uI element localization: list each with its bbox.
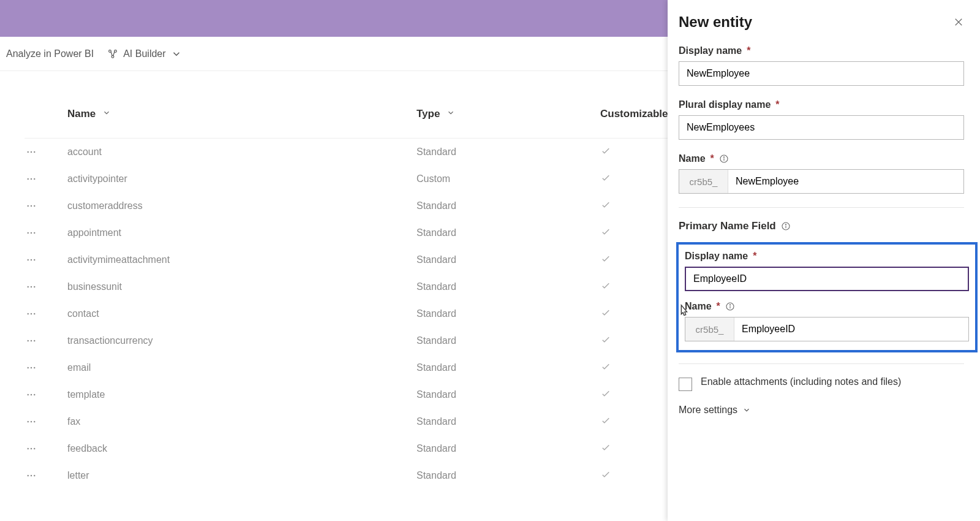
svg-point-23	[28, 313, 29, 314]
row-more-icon[interactable]	[24, 442, 38, 455]
row-type: Standard	[417, 362, 600, 373]
row-name: appointment	[67, 227, 417, 238]
row-more-icon[interactable]	[24, 172, 38, 186]
chevron-down-icon	[171, 48, 182, 59]
row-name: contact	[67, 308, 417, 319]
svg-point-26	[28, 340, 29, 341]
row-type: Standard	[417, 281, 600, 292]
svg-point-29	[28, 367, 29, 368]
row-more-icon[interactable]	[24, 469, 38, 482]
svg-point-14	[28, 232, 29, 234]
svg-point-40	[34, 448, 35, 449]
svg-point-45	[723, 157, 724, 158]
enable-attachments-checkbox[interactable]	[679, 378, 692, 391]
ai-builder-icon	[107, 48, 118, 59]
row-name: account	[67, 146, 417, 158]
enable-attachments-label: Enable attachments (including notes and …	[701, 376, 901, 387]
svg-point-37	[34, 421, 35, 422]
row-type: Standard	[417, 200, 600, 211]
row-more-icon[interactable]	[24, 415, 38, 428]
enable-attachments-row[interactable]: Enable attachments (including notes and …	[679, 376, 975, 391]
svg-point-17	[28, 259, 29, 260]
plural-display-name-input[interactable]	[679, 115, 964, 140]
row-name: fax	[67, 416, 417, 427]
svg-point-13	[34, 205, 35, 207]
column-header-type[interactable]: Type	[417, 108, 600, 120]
info-icon[interactable]	[781, 221, 791, 231]
svg-point-5	[28, 151, 29, 153]
svg-point-24	[31, 313, 32, 314]
analyze-powerbi-button[interactable]: Analyze in Power BI	[6, 48, 94, 59]
checkmark-icon	[600, 199, 611, 210]
checkmark-icon	[600, 361, 611, 372]
svg-point-6	[31, 151, 32, 153]
primary-display-name-label: Display name *	[685, 251, 969, 262]
row-type: Standard	[417, 227, 600, 238]
row-name: activitypointer	[67, 173, 417, 184]
checkmark-icon	[600, 415, 611, 426]
display-name-input[interactable]	[679, 61, 964, 86]
svg-point-22	[34, 286, 35, 287]
row-more-icon[interactable]	[24, 280, 38, 294]
svg-point-39	[31, 448, 32, 449]
checkmark-icon	[600, 253, 611, 264]
svg-point-41	[28, 475, 29, 476]
name-input[interactable]	[728, 170, 963, 193]
row-more-icon[interactable]	[24, 388, 38, 401]
svg-point-27	[31, 340, 32, 341]
svg-point-32	[28, 394, 29, 395]
svg-point-18	[31, 259, 32, 260]
info-icon[interactable]	[725, 302, 735, 311]
row-type: Standard	[417, 254, 600, 265]
row-type: Standard	[417, 470, 600, 481]
svg-point-20	[28, 286, 29, 287]
column-header-name[interactable]: Name	[67, 108, 417, 120]
checkmark-icon	[600, 334, 611, 345]
primary-name-input-wrap: cr5b5_	[685, 317, 969, 341]
ai-builder-label: AI Builder	[123, 48, 165, 59]
checkmark-icon	[600, 226, 611, 237]
panel-title: New entity	[679, 13, 752, 31]
checkmark-icon	[600, 280, 611, 291]
row-more-icon[interactable]	[24, 253, 38, 267]
svg-point-15	[31, 232, 32, 234]
svg-point-33	[31, 394, 32, 395]
row-name: customeraddress	[67, 200, 417, 211]
chevron-down-icon	[447, 108, 455, 117]
row-type: Standard	[417, 443, 600, 454]
info-icon[interactable]	[719, 154, 729, 164]
svg-point-11	[28, 205, 29, 207]
row-more-icon[interactable]	[24, 145, 38, 159]
svg-point-9	[31, 178, 32, 180]
svg-point-8	[28, 178, 29, 180]
checkmark-icon	[600, 307, 611, 318]
name-label: Name *	[679, 153, 964, 164]
chevron-down-icon	[102, 108, 111, 117]
row-more-icon[interactable]	[24, 226, 38, 240]
svg-point-16	[34, 232, 35, 234]
svg-point-30	[31, 367, 32, 368]
svg-point-10	[34, 178, 35, 180]
ai-builder-button[interactable]: AI Builder	[107, 48, 181, 59]
row-more-icon[interactable]	[24, 334, 38, 348]
checkmark-icon	[600, 388, 611, 399]
svg-point-25	[34, 313, 35, 314]
primary-name-input[interactable]	[734, 318, 968, 341]
chevron-down-icon	[742, 406, 751, 414]
primary-display-name-input[interactable]	[685, 267, 969, 291]
primary-name-section-header: Primary Name Field	[679, 220, 975, 232]
row-more-icon[interactable]	[24, 199, 38, 213]
row-type: Custom	[417, 173, 600, 184]
close-icon[interactable]	[953, 17, 964, 28]
svg-point-28	[34, 340, 35, 341]
row-more-icon[interactable]	[24, 307, 38, 321]
svg-point-47	[785, 224, 786, 225]
row-more-icon[interactable]	[24, 361, 38, 375]
more-settings-toggle[interactable]: More settings	[679, 405, 975, 416]
svg-point-35	[28, 421, 29, 422]
svg-point-12	[31, 205, 32, 207]
svg-point-21	[31, 286, 32, 287]
svg-point-42	[31, 475, 32, 476]
row-type: Standard	[417, 416, 600, 427]
row-name: activitymimeattachment	[67, 254, 417, 265]
